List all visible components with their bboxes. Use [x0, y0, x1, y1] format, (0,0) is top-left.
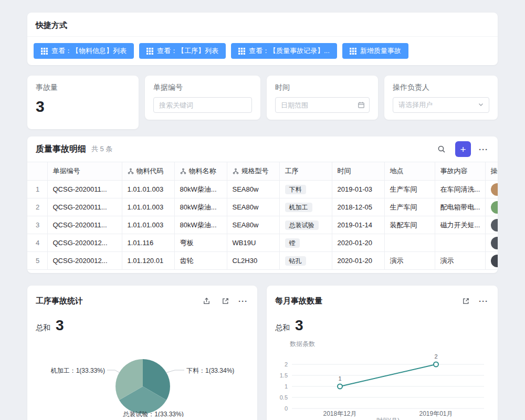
- doc-number-filter-card: 单据编号: [145, 76, 260, 120]
- cell-doc-no: QCSG-2020011...: [47, 181, 122, 198]
- filter-row: 事故量 3 单据编号 时间 操作负责人: [27, 76, 498, 129]
- monthly-total-label: 总和: [275, 323, 290, 333]
- shortcuts-title: 快捷方式: [36, 20, 489, 30]
- process-tag: 钻孔: [285, 256, 306, 266]
- row-index: 3: [27, 216, 47, 234]
- open-monthly-chart-button[interactable]: [459, 294, 472, 308]
- table-header-row: 单据编号物料代码物料名称规格型号工序时间地点事故内容操作负责人: [27, 162, 498, 181]
- line-x-axis-title: 时间(月): [376, 417, 400, 420]
- cell-content: 演示: [435, 252, 485, 270]
- cell-material-name: 齿轮: [174, 252, 227, 270]
- column-header-2[interactable]: 物料名称: [174, 162, 227, 181]
- operator-avatar: [491, 219, 498, 232]
- cell-material-name: 80kW柴油...: [174, 198, 227, 216]
- incident-count-card: 事故量 3: [27, 76, 139, 129]
- cell-process: 机加工: [279, 198, 332, 216]
- incident-count-value: 3: [36, 98, 130, 116]
- linked-field-icon: [180, 168, 186, 174]
- cell-doc-no: QCSG-2020012...: [47, 234, 122, 252]
- monthly-total-value: 3: [295, 317, 303, 334]
- open-chart-button[interactable]: [218, 294, 232, 308]
- cell-location: 生产车间: [384, 181, 435, 198]
- column-header-6[interactable]: 地点: [384, 162, 435, 181]
- data-point[interactable]: [434, 362, 438, 367]
- column-header-3[interactable]: 规格型号: [227, 162, 279, 181]
- export-button[interactable]: [200, 294, 213, 308]
- shortcut-button-3[interactable]: 查看：【质量事故记录】...: [231, 43, 337, 59]
- shortcut-button-label: 查看：【物料信息】列表: [51, 46, 127, 56]
- monthly-chart-title: 每月事故数量: [275, 296, 322, 306]
- process-tag: 机加工: [285, 203, 312, 212]
- column-header-1[interactable]: 物料代码: [122, 162, 174, 181]
- operator-select[interactable]: 请选择用户: [393, 97, 489, 113]
- data-point[interactable]: [338, 384, 342, 389]
- process-tag: 下料: [285, 185, 306, 194]
- cell-spec: SEA80w: [227, 198, 279, 216]
- column-header-8[interactable]: 操作负责人: [485, 162, 498, 181]
- grid-icon: [350, 48, 356, 55]
- cell-process: 下料: [279, 181, 332, 198]
- dashboard-page: 快捷方式 查看：【物料信息】列表查看：【工序】列表查看：【质量事故记录】...新…: [0, 0, 525, 420]
- shortcuts-card: 快捷方式 查看：【物料信息】列表查看：【工序】列表查看：【质量事故记录】...新…: [27, 13, 498, 65]
- table-record-count: 共 5 条: [91, 144, 112, 154]
- monthly-line-zone: 数据条数21.510.5012018年12月22019年01月时间(月): [267, 338, 498, 420]
- doc-number-search-input[interactable]: [153, 97, 252, 113]
- grid-icon: [146, 48, 153, 55]
- process-tag: 总装试验: [285, 220, 319, 230]
- table-row[interactable]: 1QCSG-2020011...1.01.01.00380kW柴油...SEA8…: [27, 181, 498, 198]
- process-chart-more-button[interactable]: ···: [237, 297, 249, 306]
- process-pie-zone: 下料：1(33.34%)总装试验：1(33.33%)机加工：1(33.33%): [27, 338, 257, 419]
- table-more-button[interactable]: ···: [478, 145, 489, 154]
- shortcut-buttons: 查看：【物料信息】列表查看：【工序】列表查看：【质量事故记录】...新增质量事故: [27, 37, 498, 65]
- pie-leader-line: [166, 370, 184, 373]
- y-tick-label: 2: [285, 361, 288, 368]
- time-label: 时间: [275, 83, 370, 92]
- column-header-5[interactable]: 时间: [332, 162, 384, 181]
- table-actions: + ···: [435, 141, 489, 157]
- y-tick-label: 0.5: [280, 394, 288, 401]
- cell-content: 配电箱带电...: [435, 198, 485, 216]
- table-row[interactable]: 4QCSG-2020012...1.01.116弯板WB19U镗2020-01-…: [27, 234, 498, 252]
- y-tick-label: 1: [285, 383, 288, 390]
- monthly-chart-more-button[interactable]: ···: [478, 297, 489, 306]
- column-header-7[interactable]: 事故内容: [435, 162, 485, 181]
- table-title: 质量事故明细: [36, 144, 86, 155]
- cell-material-code: 1.01.01.003: [122, 198, 174, 216]
- table-row[interactable]: 3QCSG-2020011...1.01.01.00380kW柴油...SEA8…: [27, 216, 498, 234]
- cell-spec: CL2H30: [227, 252, 279, 270]
- cell-material-code: 1.01.01.003: [122, 216, 174, 234]
- cell-location: [384, 234, 435, 252]
- cell-process: 钻孔: [279, 252, 332, 270]
- x-tick-label: 2018年12月: [323, 410, 356, 417]
- table-row[interactable]: 5QCSG-2020012...1.01.120.01齿轮CL2H30钻孔202…: [27, 252, 498, 270]
- cell-process: 镗: [279, 234, 332, 252]
- column-header-4[interactable]: 工序: [279, 162, 332, 181]
- pie-label: 下料：1(33.34%): [186, 367, 234, 374]
- monthly-chart-header: 每月事故数量 ···: [267, 286, 498, 308]
- export-icon: [203, 297, 211, 305]
- column-header-0[interactable]: 单据编号: [47, 162, 122, 181]
- incident-count-label: 事故量: [36, 83, 130, 92]
- shortcut-button-label: 新增质量事故: [360, 46, 401, 56]
- shortcut-button-label: 查看：【质量事故记录】...: [249, 46, 330, 56]
- process-stats-card: 工序事故统计 ··· 总和 3: [27, 286, 257, 420]
- shortcut-button-4[interactable]: 新增质量事故: [342, 43, 408, 59]
- open-in-new-icon: [222, 297, 229, 305]
- cell-content: 磁力开关短...: [435, 216, 485, 234]
- add-record-button[interactable]: +: [455, 141, 471, 157]
- shortcut-button-1[interactable]: 查看：【物料信息】列表: [34, 43, 134, 59]
- operator-label: 操作负责人: [393, 83, 489, 92]
- cell-material-name: 80kW柴油...: [174, 181, 227, 198]
- cell-spec: SEA80w: [227, 181, 279, 198]
- chevron-down-icon: [478, 101, 484, 109]
- shortcuts-header: 快捷方式: [27, 13, 498, 37]
- pie-label: 机加工：1(33.33%): [50, 367, 105, 374]
- cell-date: 2020-01-20: [332, 234, 384, 252]
- date-range-input[interactable]: [275, 97, 370, 113]
- table-row[interactable]: 2QCSG-2020011...1.01.01.00380kW柴油...SEA8…: [27, 198, 498, 216]
- shortcut-button-2[interactable]: 查看：【工序】列表: [139, 43, 226, 59]
- row-index: 4: [27, 234, 47, 252]
- search-button[interactable]: [435, 142, 448, 156]
- data-point-label: 1: [338, 375, 341, 382]
- cell-process: 总装试验: [279, 216, 332, 234]
